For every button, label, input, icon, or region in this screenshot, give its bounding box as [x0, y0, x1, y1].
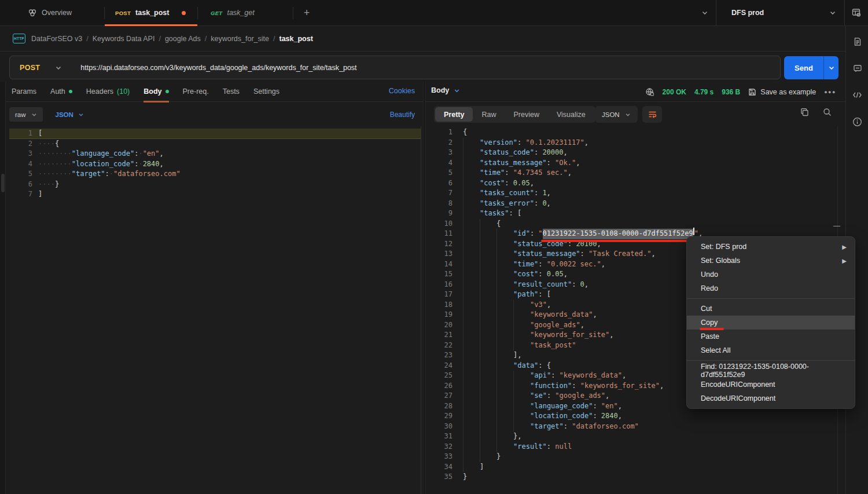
breadcrumb-item-keywords-data-api[interactable]: Keywords Data API	[93, 35, 155, 43]
request-tab-body[interactable]: Body	[144, 82, 168, 102]
search-response-icon[interactable]	[823, 108, 832, 116]
send-options-chevron[interactable]	[823, 56, 838, 79]
menu-item-redo[interactable]: Redo	[687, 281, 855, 295]
info-button[interactable]	[846, 108, 868, 135]
tab-overview[interactable]: Overview	[28, 0, 103, 25]
sidebar-drag-handle[interactable]	[1, 174, 5, 192]
code-line-9[interactable]: 9"tasks": [	[425, 208, 837, 219]
response-more-options[interactable]: ●●●	[824, 89, 836, 95]
breadcrumb-item-google-ads[interactable]: google Ads	[165, 35, 201, 43]
menu-item-select-all[interactable]: Select All	[687, 343, 855, 357]
line-number: 32	[425, 442, 453, 452]
menu-item-set-globals[interactable]: Set: Globals▶	[687, 254, 855, 268]
code-line-7[interactable]: 7"tasks_count": 1,	[425, 188, 837, 199]
code-line-1[interactable]: 1{	[425, 127, 837, 138]
token-key: "result"	[513, 442, 547, 452]
code-line-4[interactable]: 4"status_message": "Ok.",	[425, 158, 837, 169]
menu-item-label: EncodeURIComponent	[701, 380, 775, 389]
code-line-3[interactable]: 3········"language_code":·"en",	[9, 149, 421, 159]
code-line-33[interactable]: 33}	[425, 452, 837, 462]
collapse-block-button[interactable]: —	[832, 222, 842, 230]
indent-guide	[496, 361, 513, 371]
menu-item-cut[interactable]: Cut	[687, 302, 855, 316]
copy-response-icon[interactable]	[800, 108, 809, 116]
tab-list-chevron-icon[interactable]	[701, 9, 708, 16]
code-line-30[interactable]: 30"target": "dataforseo.com"	[425, 422, 837, 432]
indent-guide	[513, 381, 530, 391]
code-line-32[interactable]: 32"result": null	[425, 442, 837, 452]
code-line-1[interactable]: 1[	[9, 129, 421, 139]
method-select[interactable]: POST	[10, 64, 72, 72]
breadcrumb-item-dataforseo-v3[interactable]: DataForSEO v3	[31, 35, 82, 43]
collapsed-sidebar-strip[interactable]	[0, 82, 6, 494]
indent-guide	[463, 168, 480, 178]
menu-item-paste[interactable]: Paste	[687, 330, 855, 343]
code-line-2[interactable]: 2"version": "0.1.20231117",	[425, 138, 837, 148]
environment-selector[interactable]: DFS prod	[716, 0, 844, 25]
response-view-tab-raw[interactable]: Raw	[473, 107, 505, 122]
tab-task-post[interactable]: POST task_post	[105, 0, 197, 25]
request-tab-auth[interactable]: Auth	[50, 82, 72, 102]
indent-guide	[480, 452, 496, 462]
body-format-select[interactable]: JSON	[56, 111, 84, 118]
save-as-example-button[interactable]: Save as example	[748, 88, 816, 96]
request-tab-settings[interactable]: Settings	[253, 82, 279, 102]
tab-task-get[interactable]: GET task_get	[198, 0, 293, 25]
response-time[interactable]: 4.79 s	[694, 88, 713, 96]
body-type-select[interactable]: raw	[9, 107, 43, 122]
response-format-select[interactable]: JSON	[595, 106, 638, 123]
code-line-29[interactable]: 29"location_code": 2840,	[425, 411, 837, 422]
new-tab-button[interactable]: +	[296, 0, 317, 25]
code-line-6[interactable]: 6····}	[9, 180, 421, 190]
beautify-link[interactable]: Beautify	[390, 111, 415, 119]
breadcrumb-item-keywords-for-site[interactable]: keywords_for_site	[211, 35, 269, 43]
documentation-button[interactable]	[846, 28, 868, 55]
response-view-tab-pretty[interactable]: Pretty	[435, 107, 473, 122]
menu-item-set-dfs-prod[interactable]: Set: DFS prod▶	[687, 240, 855, 254]
code-line-34[interactable]: 34]	[425, 462, 837, 473]
code-line-8[interactable]: 8"tasks_error": 0,	[425, 199, 837, 209]
request-body-editor[interactable]: 1[2····{3········"language_code":·"en",4…	[9, 126, 421, 494]
line-number: 27	[425, 391, 453, 401]
status-badge[interactable]: 200 OK	[663, 88, 686, 96]
request-tab-pre-req[interactable]: Pre-req.	[183, 82, 209, 102]
request-tab-headers[interactable]: Headers(10)	[86, 82, 130, 102]
menu-item-decodeuricomponent[interactable]: DecodeURIComponent	[687, 391, 855, 405]
response-view-tab-visualize[interactable]: Visualize	[548, 107, 594, 122]
environment-quick-look-button[interactable]	[844, 0, 868, 25]
code-line-10[interactable]: 10{	[425, 219, 837, 229]
menu-item-undo[interactable]: Undo	[687, 268, 855, 281]
menu-item-encodeuricomponent[interactable]: EncodeURIComponent	[687, 378, 855, 391]
send-button[interactable]: Send	[784, 56, 838, 79]
url-input[interactable]: https://api.dataforseo.com/v3/keywords_d…	[80, 64, 356, 72]
code-line-2[interactable]: 2····{	[9, 139, 421, 149]
response-body-select[interactable]: Body	[431, 86, 460, 94]
menu-item-copy[interactable]: Copy	[687, 316, 855, 330]
token-key: "api"	[530, 371, 551, 381]
response-view-tab-preview[interactable]: Preview	[505, 107, 547, 122]
menu-item-label: Set: Globals	[701, 257, 740, 265]
code-line-4[interactable]: 4········"location_code":·2840,	[9, 159, 421, 170]
code-snippet-button[interactable]	[846, 82, 868, 108]
token-pun: {	[496, 219, 501, 229]
code-text: "keywords_data",	[463, 310, 597, 320]
code-line-6[interactable]: 6"cost": 0.05,	[425, 178, 837, 189]
cookies-link[interactable]: Cookies	[389, 87, 415, 95]
request-tab-tests[interactable]: Tests	[223, 82, 240, 102]
token-key: "tasks"	[480, 208, 509, 219]
wrap-text-button[interactable]	[642, 106, 662, 123]
token-pun: ,	[564, 269, 568, 280]
url-row: POST https://api.dataforseo.com/v3/keywo…	[0, 52, 845, 82]
line-number: 1	[9, 129, 32, 139]
code-line-3[interactable]: 3"status_code": 20000,	[425, 148, 837, 158]
code-line-7[interactable]: 7]	[9, 189, 421, 200]
code-line-31[interactable]: 31},	[425, 431, 837, 442]
code-line-5[interactable]: 5"time": "4.7345 sec.",	[425, 168, 837, 178]
request-tab-params[interactable]: Params	[12, 82, 36, 102]
comments-button[interactable]	[846, 55, 868, 82]
response-size[interactable]: 936 B	[722, 88, 740, 96]
code-line-5[interactable]: 5········"target":·"dataforseo.com"	[9, 169, 421, 180]
menu-item-find-01231922-1535-0108-0000-d7df551f52e9[interactable]: Find: 01231922-1535-0108-0000-d7df551f52…	[687, 364, 855, 378]
menu-separator	[687, 298, 855, 299]
code-line-35[interactable]: 35}	[425, 472, 837, 482]
